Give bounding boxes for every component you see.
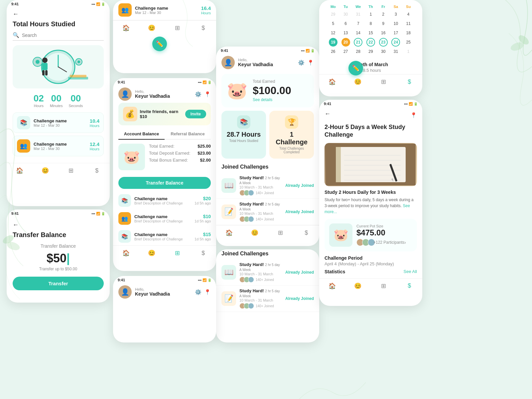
svg-point-28 [509, 41, 524, 52]
search-input[interactable] [22, 33, 104, 38]
tabs-row-3: Account Balance Referral Balance [118, 129, 211, 140]
transaction-right-2: $15 1d 5h ago [195, 232, 211, 241]
greeting-row-4: 👤 Hello, Keyur Vadhadia ⚙️ 📍 [216, 53, 319, 71]
hero-illustration [13, 45, 104, 88]
earned-card: 🐷 Total Earned $100.00 See details [221, 74, 314, 107]
nav-grid-2[interactable]: ⊞ [173, 23, 182, 33]
transaction-right-1: $10 1d 5h ago [195, 214, 211, 223]
challenge-top-info: Challenge name Mar 12 - Mar 30 [135, 6, 198, 15]
jc-illustration-7-0: 📖 [221, 265, 236, 280]
challenge-list-item-top[interactable]: 👥 Challenge name Mar 12 - Mar 30 16.4 Ho… [113, 0, 216, 20]
back-arrow-1[interactable]: ← [13, 11, 104, 18]
status-bar-4: 9:41 ▪▪▪📶🔋 [216, 47, 319, 53]
status-bar-8: 9:41 ▪▪▪📶🔋 [319, 100, 422, 106]
nav-face-8[interactable]: 😊 [353, 281, 362, 291]
nav-dollar-3[interactable]: $ [199, 248, 208, 258]
challenge-detail-content: ← 📍 2-Hour 5 Days a Week Study Challenge [319, 106, 422, 278]
svg-point-5 [36, 60, 40, 64]
cal-orange-day[interactable]: 20 [341, 38, 350, 47]
nav-face-4[interactable]: 😊 [250, 228, 259, 237]
stat-card-hours: 📚 28.7 Hours Total Hours Studied [221, 111, 266, 159]
timer-seconds: 00 Seconds [68, 93, 83, 108]
nav-home-1[interactable]: 🏠 [15, 166, 24, 175]
already-joined-btn-0[interactable]: Already Joined [285, 183, 314, 188]
joined-challenge-1[interactable]: 📝 Study Hard! 2 hr 5 day A Week 10 March… [216, 199, 319, 225]
notebook-svg [326, 144, 416, 186]
time-4: 9:41 [221, 49, 228, 53]
nav-grid-6[interactable]: ⊞ [379, 77, 388, 86]
nav-home-8[interactable]: 🏠 [328, 281, 337, 291]
jc-info-7-0: Study Hard! 2 hr 5 day A Week 10 March -… [239, 262, 282, 283]
already-joined-btn-7-1[interactable]: Already Joined [285, 296, 314, 301]
transfer-action-button[interactable]: Transfer [13, 277, 104, 290]
balance-deposit-earned: Total Deposit Earned: $23.00 [149, 151, 211, 156]
search-bar[interactable]: 🔍 [13, 32, 104, 41]
calendar-header: Mo Tu We Th Fr Sa Su 29 30 31 1 2 3 4 5 … [319, 0, 422, 60]
svg-rect-11 [45, 70, 48, 75]
nav-face-3[interactable]: 😊 [147, 248, 156, 258]
jc-illustration-1: 📝 [221, 204, 236, 219]
status-icons-4: ▪▪▪📶🔋 [301, 49, 315, 53]
transaction-item-2[interactable]: 📚 Challenge name Brief Description of Ch… [113, 227, 216, 245]
location-icon-9[interactable]: 📍 [204, 289, 211, 295]
settings-icon-4[interactable]: ⚙️ [298, 60, 305, 66]
screen-account-balance: 9:41 ▪▪▪📶🔋 👤 Hello, Keyur Vadhadia ⚙️ 📍 … [113, 78, 216, 271]
nav-dollar-2[interactable]: $ [199, 23, 208, 33]
challenge-item-1[interactable]: 👥 Challenge name Mar 12 - Mar 30 12.4 Ho… [13, 136, 104, 156]
nav-grid-3[interactable]: ⊞ [173, 248, 182, 258]
nav-home-4[interactable]: 🏠 [224, 228, 234, 237]
cal-days-grid: 29 30 31 1 2 3 4 5 6 7 8 9 10 11 12 13 1… [324, 10, 418, 59]
fab-edit-6[interactable]: ✏️ [348, 61, 363, 75]
avatars-7-1 [239, 303, 252, 309]
nav-face-6[interactable]: 😊 [353, 77, 362, 86]
location-icon-4[interactable]: 📍 [307, 60, 314, 66]
tab-referral-balance[interactable]: Referral Balance [165, 129, 211, 140]
referral-text: Invite friends, earn $10 [140, 109, 185, 119]
nav-home-6[interactable]: 🏠 [328, 77, 337, 86]
pot-card: 🐷 Current Pot Size $475.00 +122 Particip… [325, 219, 417, 251]
share-icon-8[interactable]: 📍 [410, 112, 417, 118]
joined-challenges-title-4: Joined Challenges [216, 163, 319, 173]
avatar-9: 👤 [118, 285, 132, 299]
fab-edit-2[interactable]: ✏️ [152, 37, 167, 51]
nav-dollar-8[interactable]: $ [405, 281, 414, 291]
screen-joined-challenges-lower: Joined Challenges 📖 Study Hard! 2 hr 5 d… [216, 249, 319, 342]
joined-challenge-7-1[interactable]: 📝 Study Hard! 2 hr 5 day A Week 10 March… [216, 286, 319, 312]
nav-face-1[interactable]: 😊 [41, 166, 50, 175]
settings-row-3: ⚙️ 📍 [195, 91, 211, 97]
avatar-3: 👤 [118, 87, 132, 101]
location-icon-3[interactable]: 📍 [204, 91, 211, 97]
avatars-7-0 [239, 277, 252, 283]
jc-info-0: Study Hard! 2 hr 5 day A Week 10 March -… [239, 175, 282, 196]
already-joined-btn-1[interactable]: Already Joined [285, 209, 314, 214]
screen-dashboard: 9:41 ▪▪▪📶🔋 👤 Hello, Keyur Vadhadia ⚙️ 📍 … [216, 47, 319, 246]
tab-account-balance[interactable]: Account Balance [118, 129, 165, 140]
nav-dollar-6[interactable]: $ [405, 77, 414, 86]
nav-home-3[interactable]: 🏠 [121, 248, 131, 258]
cal-today[interactable]: 19 [329, 38, 337, 47]
piggy-illustration-4: 🐷 [227, 81, 247, 100]
nav-dollar-1[interactable]: $ [92, 166, 101, 175]
nav-grid-4[interactable]: ⊞ [276, 228, 285, 237]
challenge-item-0[interactable]: 📚 Challenge name Mar 12 - Mar 30 10.4 Ho… [13, 112, 104, 133]
transfer-balance-button[interactable]: Transfer Balance [118, 177, 211, 189]
back-arrow-5[interactable]: ← [13, 221, 104, 228]
joined-challenge-7-0[interactable]: 📖 Study Hard! 2 hr 5 day A Week 10 March… [216, 259, 319, 286]
nav-home-2[interactable]: 🏠 [121, 23, 131, 33]
back-arrow-8[interactable]: ← [325, 110, 331, 117]
nav-dollar-4[interactable]: $ [302, 228, 311, 237]
nav-grid-1[interactable]: ⊞ [66, 166, 76, 175]
svg-point-8 [42, 58, 48, 63]
invite-button[interactable]: Invite [185, 110, 206, 118]
nav-grid-8[interactable]: ⊞ [379, 281, 388, 291]
already-joined-btn-7-0[interactable]: Already Joined [285, 270, 314, 275]
settings-icon-3[interactable]: ⚙️ [195, 91, 201, 97]
transfer-balance-label: Transfer Balance [13, 243, 104, 249]
svg-point-7 [77, 61, 80, 63]
settings-icon-9[interactable]: ⚙️ [195, 289, 201, 295]
see-all-link[interactable]: See All [404, 269, 417, 274]
transaction-item-0[interactable]: 📚 Challenge name Brief Description of Ch… [113, 192, 216, 209]
joined-challenge-0[interactable]: 📖 Study Hard! 2 hr 5 day A Week 10 March… [216, 173, 319, 199]
transaction-item-1[interactable]: 👥 Challenge name Brief Description of Ch… [113, 209, 216, 227]
nav-face-2[interactable]: 😊 [147, 23, 156, 33]
